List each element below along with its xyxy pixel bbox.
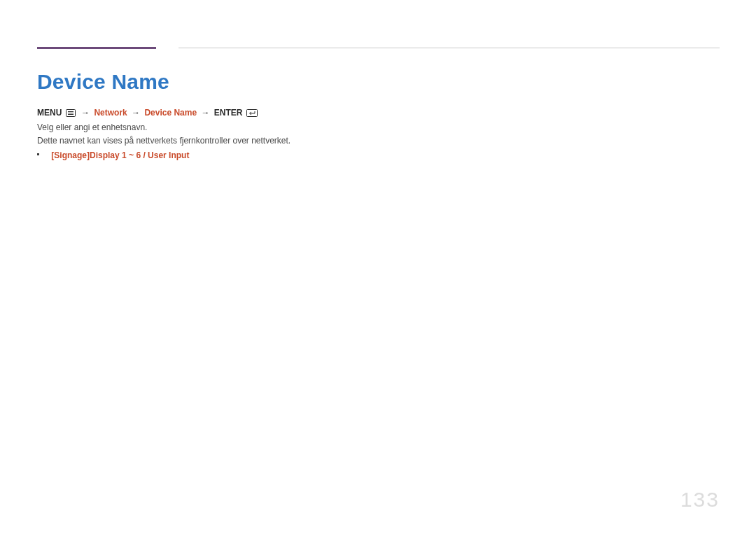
page-number: 133 — [680, 488, 720, 512]
section-title: Device Name — [37, 70, 169, 94]
accent-rule — [37, 47, 156, 49]
paragraph-2: Dette navnet kan vises på nettverkets fj… — [37, 135, 290, 146]
nav-device-name: Device Name — [144, 108, 197, 118]
divider-rule — [178, 48, 720, 48]
manual-page: Device Name MENU → Network → Device Name… — [0, 0, 756, 534]
nav-network: Network — [94, 108, 127, 118]
menu-button-icon — [66, 108, 76, 120]
nav-menu-label: MENU — [37, 108, 62, 118]
paragraph-1: Velg eller angi et enhetsnavn. — [37, 122, 147, 133]
nav-enter-label: ENTER — [214, 108, 243, 118]
option-bullet: [Signage]Display 1 ~ 6 / User Input — [37, 150, 189, 161]
enter-button-icon — [246, 108, 258, 120]
menu-path: MENU → Network → Device Name → ENTER — [37, 106, 259, 120]
arrow-1: → — [79, 108, 92, 118]
arrow-2: → — [130, 108, 142, 118]
bullet-dot-icon — [37, 153, 39, 155]
option-text: [Signage]Display 1 ~ 6 / User Input — [51, 150, 189, 160]
arrow-3: → — [199, 108, 211, 118]
